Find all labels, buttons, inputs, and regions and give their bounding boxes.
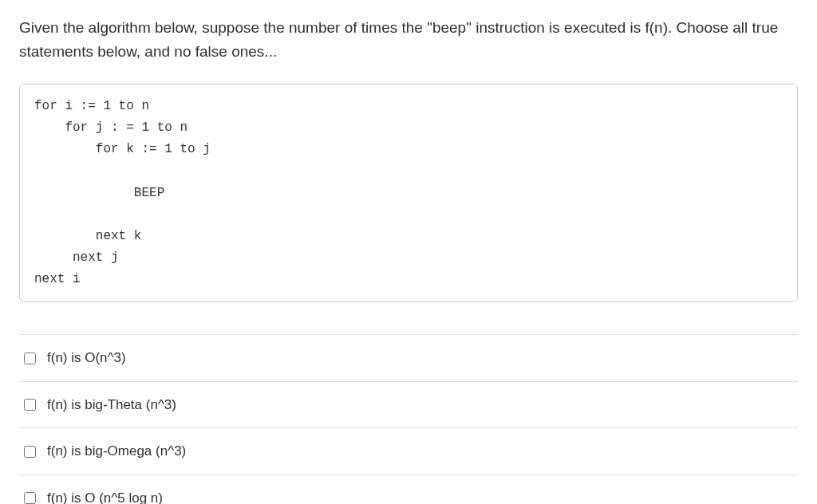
algorithm-code-block: for i := 1 to n for j : = 1 to n for k :… <box>19 84 798 303</box>
option-row: f(n) is big-Theta (n^3) <box>19 381 798 428</box>
option-checkbox-1[interactable] <box>24 352 36 364</box>
option-label: f(n) is big-Theta (n^3) <box>47 395 176 415</box>
option-row: f(n) is O (n^5 log n) <box>19 474 798 504</box>
option-checkbox-3[interactable] <box>24 446 36 458</box>
option-row: f(n) is O(n^3) <box>19 334 798 381</box>
question-prompt: Given the algorithm below, suppose the n… <box>19 16 798 65</box>
option-row: f(n) is big-Omega (n^3) <box>19 427 798 474</box>
option-label: f(n) is O (n^5 log n) <box>47 488 163 504</box>
answer-options: f(n) is O(n^3) f(n) is big-Theta (n^3) f… <box>19 334 798 504</box>
option-label: f(n) is O(n^3) <box>47 348 126 368</box>
option-checkbox-4[interactable] <box>24 492 36 504</box>
option-checkbox-2[interactable] <box>24 399 36 411</box>
option-label: f(n) is big-Omega (n^3) <box>47 441 186 462</box>
